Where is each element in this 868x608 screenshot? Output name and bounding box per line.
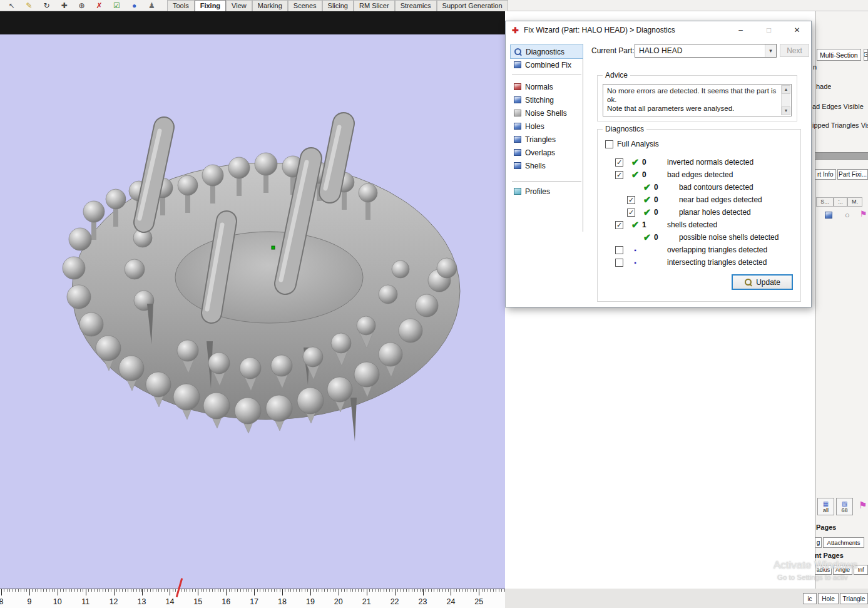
menu-tab-fixing[interactable]: Fixing	[195, 0, 226, 11]
sidebar-item-shells[interactable]: Shells	[511, 159, 583, 172]
close-button[interactable]: ✕	[783, 21, 811, 39]
wizard-sidebar: DiagnosticsCombined FixNormalsStitchingN…	[511, 44, 583, 232]
ruler-number: 21	[359, 597, 374, 606]
column-header[interactable]: S...	[816, 197, 834, 207]
remove-fix-icon[interactable]: ✗	[94, 1, 105, 10]
halo-head-model[interactable]	[0, 34, 505, 589]
user-icon[interactable]: ♟	[146, 1, 157, 10]
sidebar-item-stitching[interactable]: Stitching	[511, 93, 583, 106]
scroll-up-icon[interactable]: ▲	[782, 85, 790, 94]
sidebar-item-label: Normals	[525, 83, 553, 91]
sphere-tool-icon[interactable]: ●	[129, 1, 140, 10]
flag-icon[interactable]: ⚑	[860, 209, 867, 219]
ruler-tick	[226, 589, 227, 595]
top-menubar: ↖✎↻✚⊕✗☑●♟ ToolsFixingViewMarkingScenesSl…	[0, 0, 868, 11]
validate-part-icon[interactable]: ☑	[111, 1, 122, 10]
checkbox-label-shade[interactable]: hade	[816, 83, 831, 90]
rotate-view-icon[interactable]: ↻	[41, 1, 52, 10]
part-cube-icon[interactable]	[825, 212, 832, 219]
flag-icon[interactable]: ⚑	[859, 500, 867, 511]
magnifier-icon	[744, 278, 752, 286]
tab-attachments[interactable]: Attachments	[823, 537, 864, 548]
tab-part-fixing[interactable]: Part Fixi...	[837, 169, 868, 180]
chevron-down-icon[interactable]: ▾	[765, 44, 776, 57]
full-analysis-checkbox[interactable]	[605, 140, 613, 148]
menu-tab-tools[interactable]: Tools	[167, 0, 195, 11]
diagnostic-label: planar holes detected	[679, 208, 751, 217]
next-button[interactable]: Next	[780, 44, 809, 57]
tab-radius[interactable]: adius	[815, 565, 832, 575]
sidebar-item-triangles[interactable]: Triangles	[511, 133, 583, 146]
diagnostics-rows: ✓✔0inverted normals detected✓✔0bad edges…	[598, 156, 800, 269]
tab-part-info[interactable]: rt Info	[815, 169, 836, 180]
cube-icon	[514, 136, 521, 143]
full-analysis-option[interactable]: Full Analysis	[605, 140, 659, 148]
sidebar-item-holes[interactable]: Holes	[511, 120, 583, 133]
sidebar-separator	[512, 181, 581, 182]
checkbox-label-flipped-triangles-visible[interactable]: ipped Triangles Visi	[812, 121, 868, 129]
detection-count: 0	[642, 170, 655, 179]
wand-icon[interactable]: ✎	[24, 1, 34, 10]
tab-basic[interactable]: ic	[803, 593, 817, 604]
sidebar-item-normals[interactable]: Normals	[511, 80, 583, 93]
count-label: 68	[841, 507, 847, 513]
diagnostic-row: ✓✔0bad edges detected	[598, 168, 800, 181]
3d-viewport[interactable]	[0, 34, 505, 589]
tab-g-clipped[interactable]: G	[864, 49, 868, 61]
sidebar-item-noise-shells[interactable]: Noise Shells	[511, 106, 583, 120]
count-button[interactable]: ▨ 68	[836, 498, 853, 515]
update-button-label: Update	[756, 278, 780, 287]
dialog-titlebar[interactable]: ✚ Fix Wizard (Part: HALO HEAD) > Diagnos…	[506, 21, 811, 39]
current-part-dropdown[interactable]: HALO HEAD ▾	[635, 44, 777, 58]
select-all-button[interactable]: ▦ all	[817, 498, 834, 515]
tab-clipped[interactable]: g	[815, 537, 822, 548]
detection-count: 0	[642, 158, 655, 167]
advice-scrollbar[interactable]: ▲ ▼	[781, 85, 790, 115]
ruler-number: 10	[50, 597, 65, 606]
menu-tab-slicing[interactable]: Slicing	[322, 0, 354, 11]
menu-tab-marking[interactable]: Marking	[252, 0, 288, 11]
circle-icon[interactable]: ○	[845, 210, 850, 220]
blue-dot-icon: ▪	[628, 259, 642, 266]
pan-view-icon[interactable]: ✚	[59, 1, 69, 10]
menu-tab-scenes[interactable]: Scenes	[288, 0, 322, 11]
maximize-button[interactable]: □	[755, 21, 783, 39]
tab-hole[interactable]: Hole	[818, 593, 839, 604]
sidebar-item-diagnostics[interactable]: Diagnostics	[511, 45, 583, 58]
tab-triangle[interactable]: Triangle	[840, 593, 868, 604]
current-part-value: HALO HEAD	[639, 46, 682, 55]
select-pointer-icon[interactable]: ↖	[6, 1, 17, 10]
diagnostic-checkbox[interactable]: ✓	[615, 221, 623, 229]
sidebar-item-profiles[interactable]: Profiles	[511, 185, 583, 198]
diagnostic-row: ▪intersecting triangles detected	[598, 256, 800, 269]
sidebar-item-overlaps[interactable]: Overlaps	[511, 146, 583, 159]
cube-icon	[514, 110, 521, 116]
sidebar-separator	[512, 75, 581, 75]
diagnostic-checkbox[interactable]	[615, 259, 623, 267]
menu-tab-view[interactable]: View	[226, 0, 252, 11]
diagnostic-checkbox[interactable]	[615, 246, 623, 254]
tab-angle[interactable]: Angle	[833, 565, 852, 575]
tab-multi-section[interactable]: Multi-Section	[817, 49, 861, 61]
checkbox-label-bad-edges-visible[interactable]: ad Edges Visible	[812, 103, 868, 110]
menu-tab-support-generation[interactable]: Support Generation	[437, 0, 508, 11]
diagnostic-checkbox[interactable]: ✓	[627, 196, 635, 204]
fix-wizard-icon: ✚	[512, 26, 519, 35]
scroll-down-icon[interactable]: ▼	[782, 106, 790, 115]
panel-divider-bar	[815, 152, 868, 160]
sidebar-item-combined-fix[interactable]: Combined Fix	[511, 58, 583, 71]
tab-info[interactable]: Inf	[854, 565, 868, 575]
menu-tab-rm-slicer[interactable]: RM Slicer	[354, 0, 395, 11]
column-header[interactable]: M.	[847, 197, 862, 207]
update-button[interactable]: Update	[732, 274, 793, 290]
diagnostic-checkbox[interactable]: ✓	[615, 158, 623, 167]
ruler-number: 12	[106, 597, 121, 606]
minimize-button[interactable]: –	[727, 21, 755, 39]
diagnostic-checkbox[interactable]: ✓	[627, 209, 635, 217]
green-check-icon: ✔	[628, 169, 642, 180]
column-header[interactable]: :..	[834, 197, 847, 207]
advice-group: Advice No more errors are detected. It s…	[597, 75, 797, 121]
menu-tab-streamics[interactable]: Streamics	[395, 0, 437, 11]
zoom-icon[interactable]: ⊕	[76, 1, 87, 10]
diagnostic-checkbox[interactable]: ✓	[615, 171, 623, 179]
